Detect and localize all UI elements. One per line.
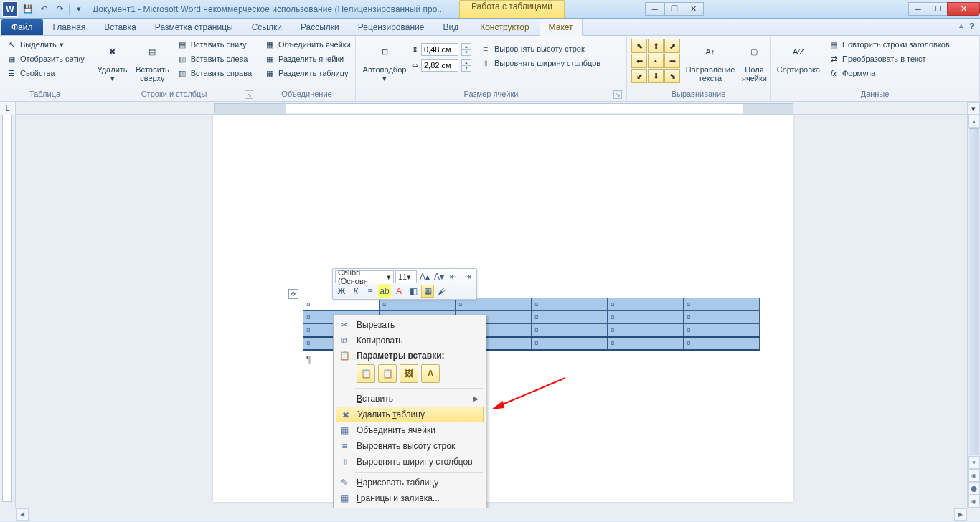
scroll-up-button[interactable]: ▲ (968, 115, 980, 128)
tab-home[interactable]: Главная (44, 19, 95, 35)
scroll-down-button[interactable]: ▼ (968, 456, 980, 469)
convert-to-text-button[interactable]: ⇄Преобразовать в текст (825, 52, 953, 66)
increase-indent-button[interactable]: ⇥ (461, 270, 474, 283)
ctx-delete-table[interactable]: ✖Удалить таблицу (336, 407, 484, 422)
text-direction-button[interactable]: A↕Направление текста (683, 37, 738, 84)
tab-view[interactable]: Вид (434, 19, 467, 35)
maximize-button[interactable]: ☐ (928, 2, 948, 16)
autofit-button[interactable]: ⊞Автоподбор▾ (359, 37, 410, 84)
distribute-cols-button[interactable]: ⫴Выровнять ширину столбцов (477, 56, 603, 70)
view-gridlines-button[interactable]: ▦Отобразить сетку (3, 52, 88, 66)
ctx-cut[interactable]: ✂Вырезать (335, 317, 484, 333)
sort-button[interactable]: A⁄ZСортировка (773, 37, 824, 75)
shading-button[interactable]: ◧ (407, 285, 420, 298)
ruler-toggle[interactable]: ▾ (967, 102, 980, 115)
width-spinner[interactable]: ▲▼ (461, 59, 471, 72)
align-bl[interactable]: ⬋ (631, 69, 647, 83)
row-height-input[interactable] (421, 43, 458, 56)
alignment-grid[interactable]: ⬉⬆⬈ ⬅•➡ ⬋⬇⬊ (631, 39, 680, 83)
undo-button[interactable]: ↶ (37, 3, 50, 16)
scroll-thumb[interactable] (969, 128, 979, 455)
formula-button[interactable]: fxФормула (825, 66, 953, 80)
document-area[interactable]: ✥ ¤¤¤¤¤¤ ¤¤¤¤ ¤¤¤¤ ¤¤¤¤ ¶ Calibri (Основ… (16, 115, 980, 508)
tab-review[interactable]: Рецензирование (349, 19, 433, 35)
distribute-rows-button[interactable]: ≡Выровнять высоту строк (477, 42, 603, 56)
browse-object-button[interactable]: ⬤ (968, 482, 980, 495)
font-select[interactable]: Calibri (Основн▾ (335, 270, 394, 283)
horizontal-ruler[interactable]: L ▾ (0, 102, 980, 115)
shrink-font-button[interactable]: A▾ (433, 270, 446, 283)
tab-selector[interactable]: L (0, 102, 16, 115)
cell-margins-button[interactable]: ▢Поля ячейки (739, 37, 770, 84)
ctx-insert[interactable]: Вставить▶ (335, 391, 484, 407)
select-button[interactable]: ↖Выделить ▾ (3, 37, 88, 52)
next-page-button[interactable]: ◉ (968, 495, 980, 508)
tab-mailings[interactable]: Рассылки (292, 19, 348, 35)
close-button[interactable]: ✕ (947, 2, 980, 16)
split-cells-button[interactable]: ▦Разделить ячейки (261, 52, 354, 66)
align-center-button[interactable]: ≡ (364, 285, 377, 298)
align-mc[interactable]: • (648, 54, 664, 68)
borders-button[interactable]: ▦ (421, 285, 434, 298)
align-tl[interactable]: ⬉ (631, 39, 647, 53)
dialog-launcher[interactable]: ↘ (613, 90, 622, 99)
italic-button[interactable]: К (349, 285, 362, 298)
bold-button[interactable]: Ж (335, 285, 348, 298)
paste-keep-source[interactable]: 📋 (357, 364, 375, 383)
insert-below-button[interactable]: ▤Вставить снизу (174, 37, 255, 52)
scroll-track[interactable] (29, 508, 954, 521)
table-move-handle[interactable]: ✥ (288, 289, 298, 299)
properties-button[interactable]: ☰Свойства (3, 66, 88, 80)
paste-merge[interactable]: 📋 (378, 364, 397, 383)
vertical-scrollbar[interactable]: ▲ ▼ ◉ ⬤ ◉ (967, 115, 980, 508)
insert-above-button[interactable]: ▤Вставить сверху (133, 37, 172, 84)
height-spinner[interactable]: ▲▼ (461, 43, 471, 56)
align-tr[interactable]: ⬈ (664, 39, 680, 53)
font-color-button[interactable]: A (392, 285, 405, 298)
insert-right-button[interactable]: ▥Вставить справа (174, 66, 255, 80)
ctx-distribute-cols[interactable]: ⫴Выровнять ширину столбцов (335, 454, 484, 470)
tab-page-layout[interactable]: Разметка страницы (146, 19, 242, 35)
delete-button[interactable]: ✖Удалить▾ (93, 37, 131, 84)
dialog-launcher[interactable]: ↘ (245, 90, 253, 99)
grow-font-button[interactable]: A▴ (418, 270, 431, 283)
vertical-ruler[interactable] (0, 115, 16, 508)
font-size-select[interactable]: 11 ▾ (395, 270, 417, 283)
decrease-indent-button[interactable]: ⇤ (447, 270, 460, 283)
paste-picture[interactable]: 🖼 (400, 364, 418, 383)
doc-minimize-button[interactable]: ─ (645, 2, 665, 16)
scroll-left-button[interactable]: ◀ (16, 508, 29, 521)
merge-cells-button[interactable]: ▦Объединить ячейки (261, 37, 354, 52)
highlight-button[interactable]: ab (378, 285, 391, 298)
repeat-header-button[interactable]: ▤Повторить строки заголовков (825, 37, 953, 52)
align-bc[interactable]: ⬇ (648, 69, 664, 83)
tab-file[interactable]: Файл (1, 19, 43, 35)
split-table-button[interactable]: ▦Разделить таблицу (261, 66, 354, 80)
scroll-right-button[interactable]: ▶ (954, 508, 967, 521)
align-mr[interactable]: ➡ (664, 54, 680, 68)
tab-layout[interactable]: Макет (540, 19, 583, 36)
doc-restore-button[interactable]: ❐ (664, 2, 684, 16)
save-button[interactable]: 💾 (22, 3, 34, 16)
ctx-borders-shading[interactable]: ▦Границы и заливка... (335, 490, 484, 506)
minimize-ribbon-icon[interactable]: ▵ (959, 21, 963, 30)
tab-insert[interactable]: Вставка (95, 19, 145, 35)
align-ml[interactable]: ⬅ (631, 54, 647, 68)
prev-page-button[interactable]: ◉ (968, 469, 980, 482)
help-icon[interactable]: ? (969, 22, 974, 30)
qat-customize[interactable]: ▾ (72, 3, 85, 16)
format-painter-button[interactable]: 🖌 (435, 285, 448, 298)
paste-text[interactable]: A (421, 364, 440, 383)
col-width-input[interactable] (421, 59, 458, 72)
ctx-distribute-rows[interactable]: ≡Выровнять высоту строк (335, 438, 484, 454)
doc-close-button[interactable]: ✕ (684, 2, 704, 16)
table-row[interactable]: ¤¤¤¤¤¤ (303, 298, 760, 311)
tab-references[interactable]: Ссылки (243, 19, 291, 35)
ctx-copy[interactable]: ⧉Копировать (335, 333, 484, 348)
redo-button[interactable]: ↷ (53, 3, 66, 16)
align-br[interactable]: ⬊ (664, 69, 680, 83)
horizontal-scrollbar[interactable]: ◀ ▶ (0, 508, 980, 521)
minimize-button[interactable]: ─ (908, 2, 928, 16)
tab-design[interactable]: Конструктор (471, 19, 537, 35)
insert-left-button[interactable]: ▥Вставить слева (174, 52, 255, 66)
